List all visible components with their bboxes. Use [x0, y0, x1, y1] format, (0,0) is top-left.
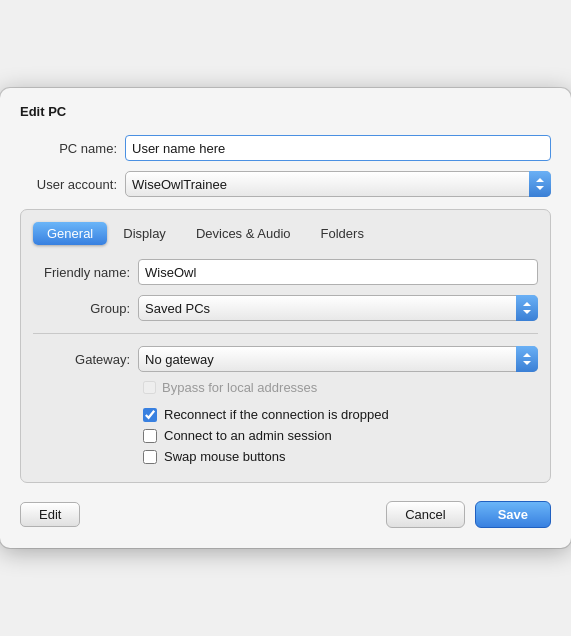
reconnect-checkbox[interactable]	[143, 408, 157, 422]
admin-session-label: Connect to an admin session	[164, 428, 332, 443]
tabs-header: General Display Devices & Audio Folders	[33, 222, 538, 245]
bypass-label: Bypass for local addresses	[162, 380, 317, 395]
group-row: Group: Saved PCs Other...	[33, 295, 538, 321]
user-account-label: User account:	[20, 177, 125, 192]
gateway-label: Gateway:	[33, 352, 138, 367]
bypass-checkbox[interactable]	[143, 381, 156, 394]
divider-1	[33, 333, 538, 334]
user-account-select-wrapper: WiseOwlTrainee Other...	[125, 171, 551, 197]
friendly-name-input[interactable]	[138, 259, 538, 285]
gateway-control: No gateway Other...	[138, 346, 538, 372]
swap-mouse-checkbox[interactable]	[143, 450, 157, 464]
reconnect-row: Reconnect if the connection is dropped	[143, 407, 538, 422]
pc-name-label: PC name:	[20, 141, 125, 156]
tab-folders[interactable]: Folders	[307, 222, 378, 245]
tabs-section: General Display Devices & Audio Folders …	[20, 209, 551, 483]
edit-pc-dialog: Edit PC PC name: User account: WiseOwlTr…	[0, 88, 571, 548]
right-buttons: Cancel Save	[386, 501, 551, 528]
pc-name-input[interactable]	[125, 135, 551, 161]
cancel-button[interactable]: Cancel	[386, 501, 464, 528]
tab-devices-audio[interactable]: Devices & Audio	[182, 222, 305, 245]
tab-display[interactable]: Display	[109, 222, 180, 245]
edit-button[interactable]: Edit	[20, 502, 80, 527]
pc-name-row: PC name:	[20, 135, 551, 161]
gateway-select[interactable]: No gateway Other...	[138, 346, 538, 372]
checkbox-group: Reconnect if the connection is dropped C…	[33, 407, 538, 464]
pc-name-control	[125, 135, 551, 161]
admin-session-checkbox[interactable]	[143, 429, 157, 443]
bottom-section: Edit Cancel Save	[20, 501, 551, 528]
group-control: Saved PCs Other...	[138, 295, 538, 321]
friendly-name-control	[138, 259, 538, 285]
gateway-select-wrapper: No gateway Other...	[138, 346, 538, 372]
general-tab-content: Friendly name: Group: Saved PCs Other...	[33, 259, 538, 464]
tab-general[interactable]: General	[33, 222, 107, 245]
dialog-title: Edit PC	[20, 104, 551, 119]
reconnect-label: Reconnect if the connection is dropped	[164, 407, 389, 422]
admin-session-row: Connect to an admin session	[143, 428, 538, 443]
save-button[interactable]: Save	[475, 501, 551, 528]
user-account-row: User account: WiseOwlTrainee Other...	[20, 171, 551, 197]
gateway-row: Gateway: No gateway Other...	[33, 346, 538, 372]
group-select[interactable]: Saved PCs Other...	[138, 295, 538, 321]
swap-mouse-label: Swap mouse buttons	[164, 449, 285, 464]
user-account-select[interactable]: WiseOwlTrainee Other...	[125, 171, 551, 197]
friendly-name-row: Friendly name:	[33, 259, 538, 285]
group-select-wrapper: Saved PCs Other...	[138, 295, 538, 321]
user-account-control: WiseOwlTrainee Other...	[125, 171, 551, 197]
bypass-row: Bypass for local addresses	[33, 380, 538, 395]
group-label: Group:	[33, 301, 138, 316]
swap-mouse-row: Swap mouse buttons	[143, 449, 538, 464]
friendly-name-label: Friendly name:	[33, 265, 138, 280]
